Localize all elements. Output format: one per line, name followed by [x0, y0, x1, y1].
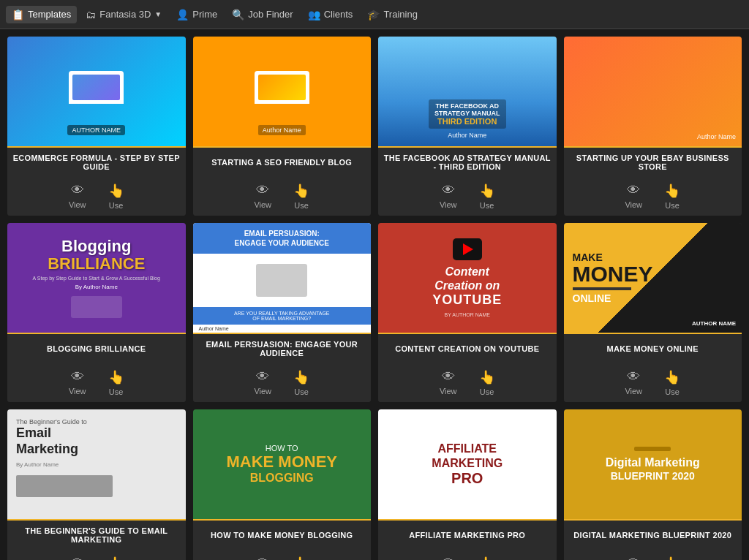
use-button-email-persuasion[interactable]: 👆 Use — [293, 369, 309, 396]
card-thumbnail-facebook-ads: THE FACEBOOK ADSTRATEGY MANUALTHIRD EDIT… — [378, 37, 557, 146]
card-actions-facebook-ads: 👁 View 👆 Use — [378, 177, 557, 216]
view-button-email-persuasion[interactable]: 👁 View — [254, 369, 271, 396]
use-button-blogging[interactable]: 👆 Use — [108, 369, 124, 396]
use-label: Use — [665, 201, 680, 210]
cursor-icon: 👆 — [479, 369, 495, 385]
card-make-money: Make MONEY ONLINE AUTHOR NAME MAKE MONEY… — [564, 223, 742, 402]
card-beginner-email: The Beginner's Guide to EmailMarketing B… — [7, 409, 186, 560]
cursor-icon: 👆 — [664, 183, 680, 199]
cursor-icon: 👆 — [293, 183, 309, 199]
card-title-ebay: STARTING UP YOUR EBAY BUSINESS STORE — [564, 146, 742, 177]
nav-prime-label: Prime — [192, 9, 217, 20]
template-grid: AUTHOR NAME ECOMMERCE FORMULA - STEP BY … — [7, 37, 742, 560]
card-facebook-ads: THE FACEBOOK ADSTRATEGY MANUALTHIRD EDIT… — [378, 37, 557, 216]
nav-prime[interactable]: 👤 Prime — [170, 6, 223, 23]
view-button-facebook-ads[interactable]: 👁 View — [440, 183, 457, 210]
card-seo-blog: Author Name STARTING A SEO FRIENDLY BLOG… — [193, 37, 372, 216]
eye-icon: 👁 — [627, 369, 640, 385]
card-thumbnail-beginner-email: The Beginner's Guide to EmailMarketing B… — [7, 409, 186, 519]
card-affiliate: AFFILIATEMARKETING Pro AFFILIATE MARKETI… — [378, 409, 557, 560]
cursor-icon: 👆 — [293, 369, 309, 385]
eye-icon: 👁 — [256, 183, 269, 198]
view-button-make-money[interactable]: 👁 View — [625, 369, 642, 396]
card-title-facebook-ads: THE FACEBOOK AD STRATEGY MANUAL - THIRD … — [378, 146, 557, 177]
use-button-make-money[interactable]: 👆 Use — [664, 369, 680, 396]
use-label: Use — [480, 387, 494, 396]
use-button-facebook-ads[interactable]: 👆 Use — [479, 183, 495, 210]
eye-icon: 👁 — [442, 369, 455, 385]
view-button-ebay[interactable]: 👁 View — [625, 183, 642, 210]
card-title-digital-marketing: DIGITAL MARKETING BLUEPRINT 2020 — [564, 519, 742, 550]
card-actions-make-money: 👁 View 👆 Use — [564, 363, 742, 402]
prime-icon: 👤 — [176, 9, 189, 20]
eye-icon: 👁 — [71, 556, 84, 560]
training-icon: 🎓 — [367, 9, 380, 20]
use-button-mmb[interactable]: 👆 Use — [293, 556, 309, 560]
card-title-youtube: CONTENT CREATION ON YOUTUBE — [378, 333, 557, 363]
eye-icon: 👁 — [71, 369, 84, 385]
card-actions-affiliate: 👁 View 👆 Use — [378, 550, 557, 560]
cursor-icon: 👆 — [293, 556, 309, 560]
card-thumbnail-make-money: Make MONEY ONLINE AUTHOR NAME — [564, 223, 742, 333]
view-label: View — [254, 387, 271, 396]
template-grid-container: AUTHOR NAME ECOMMERCE FORMULA - STEP BY … — [0, 37, 749, 560]
navbar: 📋 Templates 🗂 Fantasia 3D ▼ 👤 Prime 🔍 Jo… — [0, 0, 749, 29]
view-label: View — [69, 200, 86, 209]
cursor-icon: 👆 — [664, 369, 680, 385]
view-button-blogging[interactable]: 👁 View — [69, 369, 86, 396]
eye-icon: 👁 — [627, 556, 640, 560]
nav-fantasia3d-label: Fantasia 3D — [99, 9, 151, 20]
use-label: Use — [109, 201, 124, 210]
view-button-affiliate[interactable]: 👁 View — [440, 556, 457, 560]
nav-jobfinder[interactable]: 🔍 Job Finder — [226, 6, 298, 23]
card-youtube: ContentCreation on YOUTUBE BY AUTHOR NAM… — [378, 223, 557, 402]
card-title-affiliate: AFFILIATE MARKETING PRO — [378, 519, 557, 550]
card-title-make-money: MAKE MONEY ONLINE — [564, 333, 742, 363]
card-thumbnail-ebay: Author Name — [564, 37, 742, 146]
nav-clients[interactable]: 👥 Clients — [302, 6, 359, 23]
view-label: View — [625, 200, 642, 209]
view-button-digital-marketing[interactable]: 👁 View — [625, 556, 642, 560]
cursor-icon: 👆 — [108, 369, 124, 385]
cursor-icon: 👆 — [479, 183, 495, 199]
view-button-seo-blog[interactable]: 👁 View — [254, 183, 271, 210]
card-ecommerce: AUTHOR NAME ECOMMERCE FORMULA - STEP BY … — [7, 37, 186, 216]
eye-icon: 👁 — [627, 183, 640, 198]
view-label: View — [69, 387, 86, 396]
chevron-down-icon: ▼ — [154, 10, 162, 18]
card-title-blogging: BLOGGING BRILLIANCE — [7, 333, 186, 363]
view-label: View — [440, 200, 457, 209]
view-button-ecommerce[interactable]: 👁 View — [69, 183, 86, 210]
card-blogging: BloggingBRILLIANCE A Step by Step Guide … — [7, 223, 186, 402]
cursor-icon: 👆 — [664, 556, 680, 560]
view-button-youtube[interactable]: 👁 View — [440, 369, 457, 396]
eye-icon: 👁 — [442, 556, 455, 560]
view-button-mmb[interactable]: 👁 View — [254, 556, 271, 560]
use-button-youtube[interactable]: 👆 Use — [479, 369, 495, 396]
use-button-affiliate[interactable]: 👆 Use — [479, 556, 495, 560]
view-button-beginner-email[interactable]: 👁 View — [69, 556, 86, 560]
card-actions-ebay: 👁 View 👆 Use — [564, 177, 742, 216]
use-button-digital-marketing[interactable]: 👆 Use — [664, 556, 680, 560]
use-button-ecommerce[interactable]: 👆 Use — [108, 183, 124, 210]
use-button-ebay[interactable]: 👆 Use — [664, 183, 680, 210]
card-email-persuasion: EMAIL PERSUASION:ENGAGE YOUR AUDIENCE AR… — [193, 223, 372, 402]
nav-templates[interactable]: 📋 Templates — [6, 6, 77, 23]
card-actions-digital-marketing: 👁 View 👆 Use — [564, 550, 742, 560]
view-label: View — [254, 200, 271, 209]
use-button-seo-blog[interactable]: 👆 Use — [293, 183, 309, 210]
card-thumbnail-digital-marketing: Digital Marketing BLUEPRINT 2020 — [564, 409, 742, 519]
card-actions-mmb: 👁 View 👆 Use — [193, 550, 372, 560]
nav-training[interactable]: 🎓 Training — [361, 6, 423, 23]
eye-icon: 👁 — [256, 369, 269, 385]
use-button-beginner-email[interactable]: 👆 Use — [108, 556, 124, 560]
use-label: Use — [294, 387, 309, 396]
nav-jobfinder-label: Job Finder — [248, 9, 293, 20]
cursor-icon: 👆 — [479, 556, 495, 560]
use-label: Use — [665, 387, 680, 396]
search-icon: 🔍 — [232, 9, 244, 20]
templates-icon: 📋 — [12, 9, 24, 20]
use-label: Use — [294, 201, 309, 210]
nav-fantasia3d[interactable]: 🗂 Fantasia 3D ▼ — [80, 6, 168, 23]
card-title-beginner-email: THE BEGINNER'S GUIDE TO EMAIL MARKETING — [7, 519, 186, 550]
